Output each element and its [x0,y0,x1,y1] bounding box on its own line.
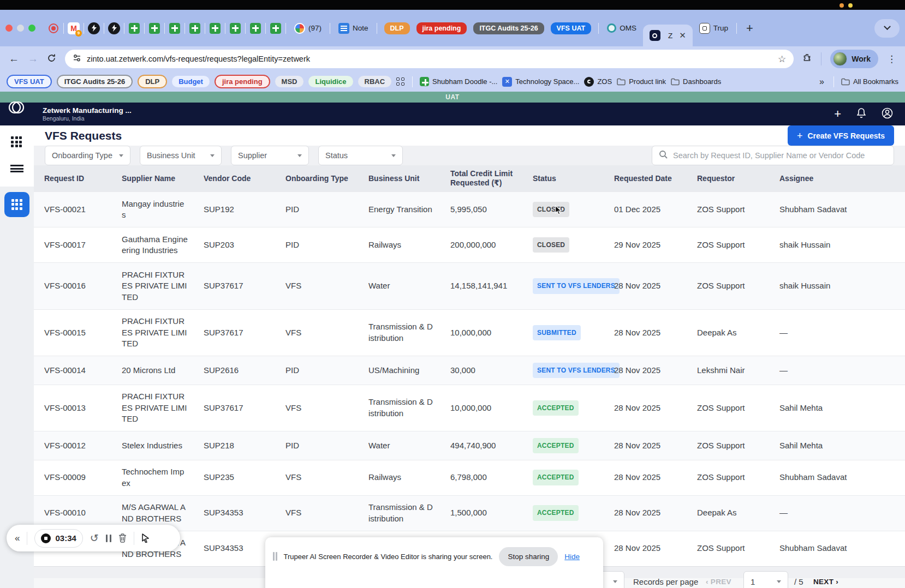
reload-button[interactable] [47,53,56,65]
apps-grid-icon[interactable] [11,136,23,148]
tab-group-jira-pending[interactable]: jira pending [416,22,467,34]
zetwerk-logo[interactable] [4,95,28,122]
pinned-tab-sheet-6[interactable] [229,22,241,34]
tab-trupeer[interactable]: Trup [695,23,733,34]
folder-icon [841,78,850,86]
menu-hamburger-icon[interactable] [10,165,23,172]
recording-chip[interactable]: 03:34 [34,529,82,548]
tab-group-vfs-uat[interactable]: VFS UAT [551,22,592,34]
cell-requested-date: 28 Nov 2025 [604,385,687,431]
stop-recording-icon[interactable] [41,533,51,543]
pinned-tab-recorder[interactable] [47,22,59,34]
bookmark-chip-liquidice[interactable]: Liquidice [308,76,353,87]
stop-sharing-button[interactable]: Stop sharing [499,547,558,566]
mouse-cursor [555,205,564,218]
bookmarks-overflow-button[interactable]: » [817,77,826,87]
pinned-tab-sheet-2[interactable] [148,22,160,34]
search-box[interactable] [652,146,894,165]
pinned-tab-bolt-2[interactable] [108,22,120,34]
bookmark-shubham-doodle[interactable]: Shubham Doodle -... [420,77,497,86]
app-header: Zetwerk Manufacturing ... Bengaluru, Ind… [0,103,905,125]
bookmark-star-icon[interactable]: ☆ [778,53,786,65]
filter-supplier[interactable]: Supplier [231,146,309,165]
table-row[interactable]: VFS-00009Technochem ImpexSUP235VFSRailwa… [34,460,905,495]
tab-oms[interactable]: OMS [603,23,641,33]
avatar [833,52,847,66]
bookmark-chip-itgc-audits[interactable]: ITGC Audits 25-26 [57,75,133,88]
close-tab-icon[interactable]: ✕ [679,31,686,40]
plus-icon: + [797,131,803,140]
bookmark-chip-budget[interactable]: Budget [172,76,210,87]
pinned-tab-sheet-8[interactable] [270,22,282,34]
hide-banner-link[interactable]: Hide [564,553,580,561]
pause-recording-icon[interactable] [106,535,111,542]
browser-menu-button[interactable]: ⋮ [887,53,896,65]
pinned-tab-sheet-3[interactable] [169,22,181,34]
prev-page-button[interactable]: ‹ PREV [706,578,731,586]
pinned-tab-sheet-5[interactable] [209,22,221,34]
table-row[interactable]: VFS-0001420 Microns LtdSUP2616PIDUS/Mach… [34,356,905,385]
url-text[interactable]: zinto.uat.zetwerk.com/vfs-request/reques… [87,55,772,63]
bookmark-folder-product-link[interactable]: Product link [617,77,666,86]
pinned-tab-bolt-1[interactable] [88,22,100,34]
table-row[interactable]: VFS-00021Mangay industriesSUP192PIDEnerg… [34,192,905,227]
pinned-tab-sheet-1[interactable] [128,22,140,34]
minimize-window-button[interactable] [17,25,24,32]
extensions-icon[interactable] [802,53,812,65]
table-row[interactable]: VFS-00013PRACHI FIXTURES PRIVATE LIMITED… [34,385,905,431]
tab-note[interactable]: Note [334,23,373,34]
cursor-tool-icon[interactable] [141,533,150,543]
drag-handle-icon[interactable] [273,552,277,561]
bookmark-technology-space[interactable]: ✕Technology Space... [502,77,579,87]
filter-onboarding-type[interactable]: Onboarding Type [45,146,130,165]
sidebar-item-active-module[interactable] [4,192,29,217]
recording-timer: 03:34 [55,533,76,543]
bookmark-chip-rbac[interactable]: RBAC [358,76,392,87]
filter-business-unit[interactable]: Business Unit [140,146,222,165]
new-tab-button[interactable]: + [741,21,759,35]
create-vfs-requests-button[interactable]: + Create VFS Requests [788,125,894,146]
bookmark-folder-dashboards[interactable]: Dashboards [671,77,721,86]
zoom-window-button[interactable] [28,25,35,32]
pinned-tab-sheet-4[interactable] [189,22,201,34]
table-row[interactable]: VFS-00015PRACHI FIXTURES PRIVATE LIMITED… [34,309,905,356]
browser-profile-button[interactable]: Work [830,50,878,68]
column-header-1: Supplier Name [111,165,193,192]
bookmark-chip-msd[interactable]: MSD [275,76,304,87]
omnibox[interactable]: zinto.uat.zetwerk.com/vfs-request/reques… [65,50,794,68]
tab-search-button[interactable] [874,19,900,38]
close-window-button[interactable] [5,25,13,32]
search-input[interactable] [673,151,887,160]
site-settings-icon[interactable] [73,53,81,64]
tab-groups-grid-icon[interactable] [396,77,405,86]
next-page-button[interactable]: NEXT › [813,578,838,586]
bookmark-chip-vfs-uat[interactable]: VFS UAT [7,75,52,88]
table-row[interactable]: VFS-00012Stelex IndustriesSUP218PIDWater… [34,431,905,460]
tab-active-zetwerk[interactable]: Z ✕ [643,25,693,46]
bookmark-chip-dlp[interactable]: DLP [138,75,167,88]
bookmark-chip-jira-pending[interactable]: jira pending [215,75,270,88]
bookmark-zos[interactable]: ZOS [584,77,612,87]
all-bookmarks-button[interactable]: All Bookmarks [841,77,898,86]
table-row[interactable]: VFS-00016PRACHI FIXTURES PRIVATE LIMITED… [34,263,905,310]
tab-count[interactable]: (97) [290,23,326,34]
browser-toolbar: ← → zinto.uat.zetwerk.com/vfs-request/re… [0,46,905,71]
notifications-bell-icon[interactable] [856,107,866,121]
restart-recording-icon[interactable]: ↺ [90,534,99,543]
screen-recorder-toolbar: « 03:34 ↺ [7,525,180,551]
tab-group-itgc-audits[interactable]: ITGC Audits 25-26 [473,22,544,34]
pinned-tab-sheet-7[interactable] [249,22,261,34]
window-controls[interactable] [5,25,40,32]
header-add-button[interactable]: + [834,109,841,119]
table-row[interactable]: VFS-00017Gauthama Engineering Industries… [34,227,905,263]
forward-button[interactable]: → [28,53,38,65]
filter-status[interactable]: Status [318,146,403,165]
back-button[interactable]: ← [9,53,19,65]
page-number-select[interactable]: 1 [743,571,788,588]
tab-group-dlp[interactable]: DLP [384,22,410,34]
collapse-toolbar-button[interactable]: « [15,533,20,544]
delete-recording-icon[interactable] [118,533,127,543]
profile-icon[interactable] [882,107,893,121]
pinned-tab-gmail[interactable]: M9 [68,22,80,34]
company-switcher[interactable]: Zetwerk Manufacturing ... Bengaluru, Ind… [43,106,132,122]
